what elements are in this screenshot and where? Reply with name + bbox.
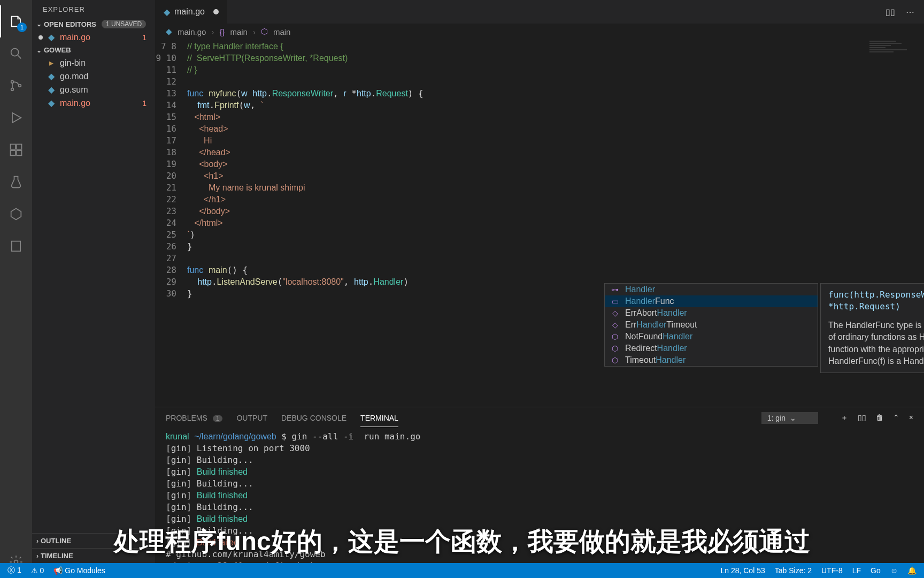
svg-rect-4 — [11, 144, 16, 149]
symbol-icon: ⬡ — [610, 344, 620, 353]
svg-point-0 — [11, 49, 19, 56]
bookmark-icon[interactable] — [0, 230, 32, 262]
chevron-right-icon: › — [253, 27, 256, 36]
warning-count[interactable]: ⚠ 0 — [31, 566, 44, 575]
new-terminal-icon[interactable]: ＋ — [841, 413, 848, 423]
cursor-position[interactable]: Ln 28, Col 53 — [720, 566, 765, 575]
documentation-popup: × func(http.ResponseWriter, *http.Reques… — [820, 283, 924, 373]
file-tree-item[interactable]: ◆go.sum — [32, 83, 155, 96]
explorer-icon[interactable]: 1 — [0, 5, 32, 37]
suggestion-item[interactable]: ⬡TimeoutHandler — [605, 354, 818, 366]
folder-icon: ▸ — [47, 58, 56, 68]
tab-main-go[interactable]: ◆ main.go — [155, 0, 227, 24]
error-badge: 1 — [142, 33, 151, 42]
svg-rect-6 — [11, 150, 16, 155]
file-tree-item[interactable]: ▸gin-bin — [32, 56, 155, 70]
explorer-badge: 1 — [17, 22, 27, 32]
problems-count: 1 — [213, 415, 223, 422]
go-file-icon: ◆ — [164, 7, 170, 17]
suggestion-item[interactable]: ◇ErrAbortHandler — [605, 307, 818, 319]
modified-dot-icon — [213, 9, 219, 14]
remote-icon[interactable] — [0, 198, 32, 230]
terminal-selector[interactable]: 1: gin ⌄ — [761, 412, 818, 424]
panel-tabs: PROBLEMS 1 OUTPUT DEBUG CONSOLE TERMINAL… — [155, 407, 924, 429]
go-file-icon: ◆ — [166, 27, 172, 36]
chevron-down-icon: ⌄ — [36, 47, 42, 54]
search-icon[interactable] — [0, 37, 32, 70]
video-subtitle: 处理程序func好的，这是一个函数，我要做的就是我必须通过 — [114, 524, 810, 559]
source-control-icon[interactable] — [0, 70, 32, 102]
go-icon: ◆ — [47, 98, 56, 108]
run-debug-icon[interactable] — [0, 102, 32, 134]
svg-point-2 — [11, 88, 14, 91]
split-editor-icon[interactable]: ▯▯ — [886, 7, 895, 17]
project-header[interactable]: ⌄ GOWEB — [32, 44, 155, 56]
open-editors-header[interactable]: ⌄ OPEN EDITORS 1 UNSAVED — [32, 18, 155, 31]
tab-problems[interactable]: PROBLEMS 1 — [166, 409, 222, 427]
doc-signature: func(http.ResponseWriter, *http.Request) — [828, 289, 924, 313]
suggestion-item[interactable]: ⊶Handler — [605, 284, 818, 295]
intellisense-popup[interactable]: ⊶Handler▭HandlerFunc◇ErrAbortHandler◇Err… — [604, 283, 818, 367]
split-terminal-icon[interactable]: ▯▯ — [858, 413, 866, 423]
chevron-right-icon: › — [36, 537, 38, 545]
unsaved-badge: 1 UNSAVED — [102, 20, 146, 28]
chevron-down-icon: ⌄ — [36, 20, 42, 28]
go-file-icon: ◆ — [47, 32, 56, 42]
svg-rect-8 — [12, 241, 20, 252]
symbol-icon: ⬡ — [610, 356, 620, 364]
chevron-right-icon: › — [211, 27, 214, 36]
svg-rect-5 — [17, 144, 21, 149]
explorer-sidebar: EXPLORER ⌄ OPEN EDITORS 1 UNSAVED ◆main.… — [32, 0, 155, 578]
suggestion-item[interactable]: ⬡RedirectHandler — [605, 343, 818, 354]
file-tree-item[interactable]: ◆main.go1 — [32, 96, 155, 110]
open-editor-item[interactable]: ◆main.go1 — [32, 31, 155, 44]
symbol-icon: ⬡ — [610, 332, 620, 341]
editor-main: ◆ main.go ▯▯ ⋯ ◆ main.go › {} main › ⬡ m… — [155, 0, 924, 578]
extensions-icon[interactable] — [0, 134, 32, 166]
sidebar-title: EXPLORER — [32, 0, 155, 18]
file-tree-item[interactable]: ◆go.mod — [32, 70, 155, 83]
editor-tabs: ◆ main.go ▯▯ ⋯ — [155, 0, 924, 24]
tab-output[interactable]: OUTPUT — [236, 409, 267, 427]
feedback-icon[interactable]: ☺ — [890, 566, 898, 575]
tab-debug-console[interactable]: DEBUG CONSOLE — [281, 409, 346, 427]
symbol-icon: ◇ — [610, 321, 620, 329]
suggestion-item[interactable]: ⬡NotFoundHandler — [605, 331, 818, 343]
testing-icon[interactable] — [0, 166, 32, 198]
svg-rect-7 — [17, 150, 21, 155]
notifications-icon[interactable]: 🔔 — [907, 566, 917, 575]
suggestion-item[interactable]: ▭HandlerFunc — [605, 295, 818, 307]
language-status[interactable]: Go — [871, 566, 881, 575]
go-icon: ◆ — [47, 71, 56, 81]
more-actions-icon[interactable]: ⋯ — [906, 7, 914, 17]
go-icon: ◆ — [47, 85, 56, 95]
doc-body: The HandlerFunc type is an adapter to al… — [828, 320, 924, 368]
symbol-icon: ⊶ — [610, 285, 620, 294]
suggestion-item[interactable]: ◇ErrHandlerTimeout — [605, 319, 818, 331]
go-modules-status[interactable]: 📢 Go Modules — [53, 566, 105, 575]
maximize-panel-icon[interactable]: ⌃ — [893, 413, 899, 423]
modified-dot-icon — [38, 35, 43, 40]
tab-terminal[interactable]: TERMINAL — [360, 409, 398, 427]
braces-icon: {} — [219, 27, 225, 36]
activity-bar: 1 — [0, 0, 32, 578]
code-editor[interactable]: 7 8 9 10 11 12 13 14 15 16 17 18 19 20 2… — [155, 40, 924, 407]
encoding-status[interactable]: UTF-8 — [821, 566, 843, 575]
breadcrumbs[interactable]: ◆ main.go › {} main › ⬡ main — [155, 24, 924, 40]
error-badge: 1 — [142, 99, 151, 108]
tab-label: main.go — [174, 7, 205, 17]
indent-status[interactable]: Tab Size: 2 — [775, 566, 812, 575]
symbol-icon: ◇ — [610, 309, 620, 317]
symbol-icon: ▭ — [610, 297, 620, 306]
status-bar: ⓧ 1 ⚠ 0 📢 Go Modules Ln 28, Col 53 Tab S… — [0, 563, 924, 578]
error-count[interactable]: ⓧ 1 — [7, 566, 21, 575]
kill-terminal-icon[interactable]: 🗑 — [876, 413, 883, 423]
chevron-right-icon: › — [36, 552, 38, 560]
eol-status[interactable]: LF — [852, 566, 861, 575]
line-gutter: 7 8 9 10 11 12 13 14 15 16 17 18 19 20 2… — [155, 40, 187, 407]
function-icon: ⬡ — [261, 27, 268, 36]
close-panel-icon[interactable]: × — [909, 413, 913, 423]
svg-point-1 — [11, 81, 14, 83]
